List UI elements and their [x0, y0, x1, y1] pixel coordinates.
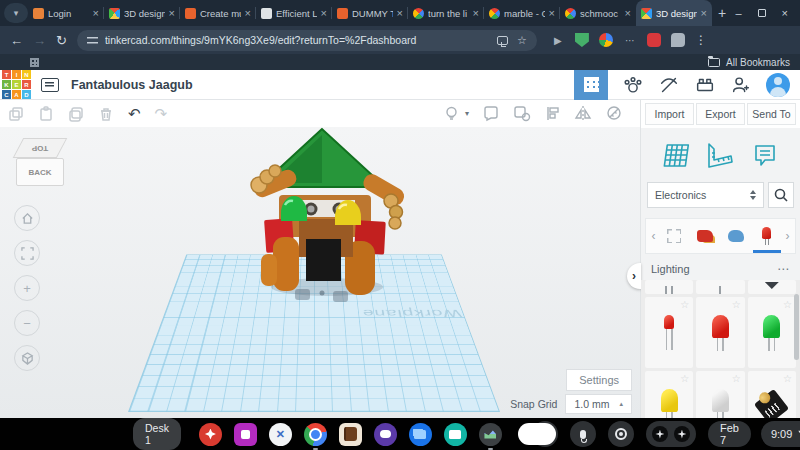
view-cube[interactable]: TOP BACK: [14, 135, 66, 193]
tab-create[interactable]: Create mu×: [180, 0, 256, 26]
select-region-tool[interactable]: [662, 222, 686, 250]
section-more-button[interactable]: ⋯: [777, 262, 790, 276]
purple-game-app-icon[interactable]: [374, 423, 397, 446]
new-tab-button[interactable]: +: [718, 5, 726, 21]
favorite-star-icon[interactable]: ☆: [680, 373, 689, 384]
partial-part-card[interactable]: [696, 280, 744, 294]
bookmark-star-icon[interactable]: ☆: [517, 34, 527, 47]
red-app-icon[interactable]: [199, 423, 222, 446]
photos-app-icon[interactable]: [479, 423, 502, 446]
undo-button[interactable]: ↶: [128, 105, 141, 123]
ruler-helper-icon[interactable]: [703, 140, 737, 170]
tab-schmooc[interactable]: schmooc×: [560, 0, 636, 26]
design-title[interactable]: Fantabulous Jaagub: [71, 78, 193, 92]
minimize-button[interactable]: –: [735, 7, 741, 19]
view-cube-front-face[interactable]: BACK: [16, 158, 64, 186]
status-tray[interactable]: 9:09: [761, 421, 800, 447]
notes-tool-icon[interactable]: [750, 140, 780, 170]
tab-close-icon[interactable]: ×: [245, 7, 251, 19]
files-app-icon[interactable]: [409, 423, 432, 446]
import-button[interactable]: Import: [645, 103, 694, 125]
flip-mirror-icon[interactable]: [574, 105, 592, 122]
favorite-star-icon[interactable]: ☆: [732, 373, 741, 384]
bulb-dropdown-caret[interactable]: ▾: [465, 109, 469, 118]
snap-grid-dropdown[interactable]: 1.0 mm ▴: [565, 394, 632, 414]
partial-part-card[interactable]: [748, 280, 796, 294]
reload-button[interactable]: ↻: [56, 33, 67, 48]
tab-close-icon[interactable]: ×: [701, 7, 707, 19]
favorite-star-icon[interactable]: ☆: [680, 299, 689, 310]
duplicate-icon[interactable]: [68, 106, 84, 122]
tab-login[interactable]: Login×: [28, 0, 104, 26]
send-to-device-icon[interactable]: [497, 36, 508, 45]
tab-3d-design-1[interactable]: 3D design×: [104, 0, 180, 26]
shield-extension-icon[interactable]: [575, 33, 589, 47]
design-menu-icon[interactable]: [41, 78, 59, 92]
panel-scrollbar[interactable]: [794, 294, 799, 360]
tab-close-icon[interactable]: ×: [397, 7, 403, 19]
avatar[interactable]: [766, 73, 790, 97]
forward-button[interactable]: →: [33, 33, 46, 48]
restore-button[interactable]: [758, 9, 766, 17]
book-app-icon[interactable]: [339, 423, 362, 446]
tab-close-icon[interactable]: ×: [549, 7, 555, 19]
tab-efficient[interactable]: Efficient L×: [256, 0, 332, 26]
perspective-toggle-button[interactable]: [14, 345, 40, 371]
zoom-out-button[interactable]: −: [14, 310, 40, 336]
category-select[interactable]: Electronics: [647, 182, 764, 208]
ruler-tool-icon[interactable]: [605, 105, 624, 122]
favorite-star-icon[interactable]: ☆: [783, 373, 792, 384]
screen-capture-button[interactable]: [608, 421, 634, 447]
back-button[interactable]: ←: [10, 33, 23, 48]
tab-turn-the[interactable]: turn the li×: [408, 0, 484, 26]
sim-lab-paw-icon[interactable]: [622, 74, 644, 96]
tab-close-icon[interactable]: ×: [473, 7, 479, 19]
fit-view-button[interactable]: [14, 240, 40, 266]
favorite-star-icon[interactable]: ☆: [783, 299, 792, 310]
brick-export-icon[interactable]: [694, 74, 716, 96]
red-extension-icon[interactable]: [647, 33, 661, 47]
workplane-tool-icon[interactable]: [661, 140, 691, 170]
tab-close-icon[interactable]: ×: [625, 7, 631, 19]
send-to-button[interactable]: Send To: [747, 103, 796, 125]
3d-model-house-robot[interactable]: [245, 127, 415, 306]
favorite-star-icon[interactable]: ☆: [732, 299, 741, 310]
ungroup-icon[interactable]: [513, 105, 531, 122]
browser-menu-button[interactable]: ⋮: [695, 33, 707, 47]
site-settings-icon[interactable]: [87, 36, 98, 45]
show-all-bulb-icon[interactable]: [443, 105, 460, 122]
share-user-icon[interactable]: [730, 74, 752, 96]
blue-component-thumb[interactable]: [724, 222, 748, 250]
url-field[interactable]: tinkercad.com/things/9mYK6ng3Xe9/edit?re…: [77, 30, 537, 51]
all-bookmarks-button[interactable]: All Bookmarks: [708, 57, 790, 68]
nav-button-right[interactable]: [674, 426, 690, 442]
settings-button[interactable]: Settings: [566, 369, 632, 391]
mic-button[interactable]: [570, 421, 596, 447]
home-view-button[interactable]: [14, 205, 40, 231]
align-icon[interactable]: [544, 105, 561, 122]
group-icon[interactable]: [482, 105, 500, 122]
tote-preview[interactable]: [518, 423, 556, 445]
search-button[interactable]: [768, 182, 794, 208]
tab-marble[interactable]: marble - G×: [484, 0, 560, 26]
minecraft-pickaxe-icon[interactable]: [658, 74, 680, 96]
close-window-button[interactable]: ×: [782, 7, 788, 19]
carousel-prev-button[interactable]: ‹: [651, 229, 655, 243]
desk-button[interactable]: Desk 1: [133, 418, 181, 450]
zoom-in-button[interactable]: +: [14, 275, 40, 301]
date-pill[interactable]: Feb 7: [708, 421, 751, 447]
white-x-app-icon[interactable]: [269, 423, 292, 446]
holding-space-tote[interactable]: [532, 421, 558, 447]
chat-extension-icon[interactable]: [671, 33, 685, 47]
colorful-extension-icon[interactable]: [599, 33, 613, 47]
tab-close-icon[interactable]: ×: [169, 7, 175, 19]
tab-3d-design-active[interactable]: 3D design×: [636, 0, 712, 26]
partial-part-card[interactable]: [645, 280, 693, 294]
shape-library-button[interactable]: [574, 70, 608, 100]
red-led-thumb-selected[interactable]: [755, 222, 779, 250]
apps-grid-icon[interactable]: [30, 58, 39, 67]
url-text[interactable]: tinkercad.com/things/9mYK6ng3Xe9/edit?re…: [105, 34, 490, 46]
nav-button-left[interactable]: [652, 426, 668, 442]
tab-search-button[interactable]: ▾: [4, 3, 28, 23]
dots-extension-icon[interactable]: ⋯: [623, 33, 637, 47]
